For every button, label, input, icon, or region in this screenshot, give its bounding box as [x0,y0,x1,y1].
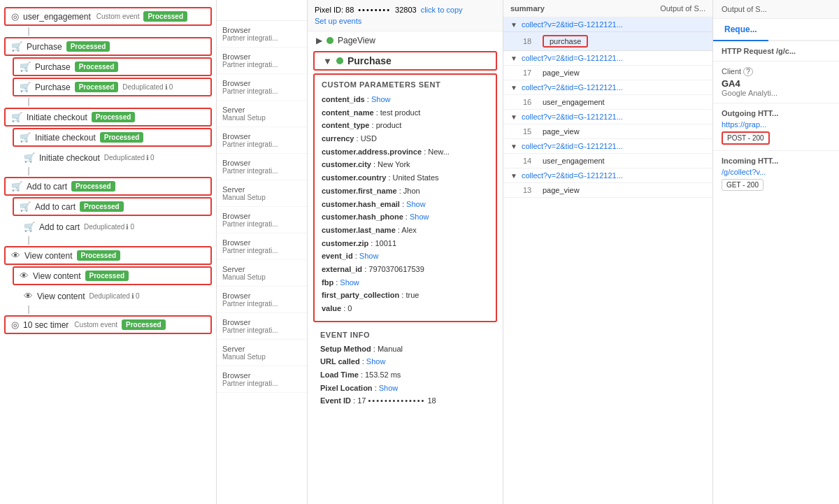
collect1-url[interactable]: collect?v=2&tid=G-1212121... [522,20,623,29]
event-row-add-to-cart-sub1[interactable]: 🛒 Add to cart Processed [13,197,212,216]
collect5-url[interactable]: collect?v=2&tid=G-1212121... [522,142,623,150]
page-view-17-num: 17 [523,69,537,77]
event-row-view-content[interactable]: 👁 View content Processed [4,246,212,265]
param-currency: currency : USD [322,132,489,145]
event-name-view-content: View content [24,251,73,261]
purchase-item-num: 18 [523,37,537,45]
collect3-expand[interactable]: ▼ [510,84,517,92]
network-label-6: Browser [222,159,301,167]
event-row-initiate-sub2[interactable]: 🛒 Initiate checkout Deduplicated ℹ 0 [17,148,216,167]
event-info-load-time: Load Time : 153.52 ms [320,368,490,382]
show-content-ids[interactable]: Show [371,95,391,103]
network-row-2: Browser Partner integrati... [217,48,307,74]
setup-events-link[interactable]: Set up events [315,17,361,25]
collect1-expand[interactable]: ▼ [510,21,517,29]
event-name-purchase-sub1: Purchase [35,62,71,72]
http-request-section: HTTP Request /g/c... [713,41,839,62]
event-row-purchase-sub2[interactable]: 🛒 Purchase Processed Deduplicated ℹ 0 [13,78,212,96]
outgoing-url[interactable]: https://grap... [722,120,831,129]
page-view-17-row: 17 page_view [523,69,705,77]
copy-link[interactable]: click to copy [421,6,463,14]
timer-type: Custom event [74,321,117,329]
connector2 [28,98,29,106]
tab-request[interactable]: Reque... [713,19,768,41]
network-row-12: Browser Partner integrati... [217,313,307,340]
purchase-item-name: purchase [543,35,588,48]
network-type-11: Partner integrati... [222,300,301,308]
network-item-collect5[interactable]: ▼ collect?v=2&tid=G-1212121... [503,139,712,154]
show-event-id[interactable]: Show [359,252,379,260]
collect3-url[interactable]: collect?v=2&tid=G-1212121... [522,83,623,92]
network-type-4: Manual Setup [222,114,301,122]
network-label-7: Server [222,185,301,194]
show-hash-email[interactable]: Show [406,200,426,208]
param-country: customer.country : United States [322,171,489,185]
badge-add-to-cart: Processed [71,181,115,192]
network-type-9: Partner integrati... [222,247,301,254]
event-name-view-content-sub2: View content [37,291,85,301]
param-external-id: external_id : 7970370617539 [322,263,489,276]
page-view-13-name: page_view [543,186,580,194]
event-name-purchase: Purchase [27,42,62,52]
network-label-12: Browser [222,318,301,326]
event-row-view-content-sub1[interactable]: 👁 View content Processed [13,266,212,285]
network-item-purchase[interactable]: 18 purchase [503,32,712,51]
view-content-sub1-icon: 👁 [20,271,29,281]
user-engagement-icon: ◎ [11,11,19,22]
pixel-header: Pixel ID: 88 •••••••• 32803 click to cop… [308,0,503,31]
event-info-title: EVENT INFO [320,331,490,339]
purchase-expand[interactable]: ▼ [323,56,332,66]
collect2-expand[interactable]: ▼ [510,55,517,62]
event-row-initiate-checkout[interactable]: 🛒 Initiate checkout Processed [4,108,212,127]
outgoing-section: Outgoing HTT... https://grap... POST - 2… [713,103,839,151]
event-row-user-engagement[interactable]: ◎ user_engagement Custom event Processed [4,7,212,26]
param-last-name: customer.last_name : Alex [322,224,489,237]
client-section: Client ? GA4 Google Analyti... [713,62,839,103]
event-name-initiate-checkout: Initiate checkout [27,113,87,122]
connector3 [28,167,29,175]
show-pixel-location[interactable]: Show [379,384,399,392]
show-hash-phone[interactable]: Show [410,213,429,221]
event-row-purchase[interactable]: 🛒 Purchase Processed [4,37,212,56]
user-engagement-16-row: 16 user_engagement [523,98,705,106]
purchase-item-row: 18 purchase [523,35,705,48]
event-row-add-to-cart-sub2[interactable]: 🛒 Add to cart Deduplicated ℹ 0 [17,217,216,236]
purchase-sub1-icon: 🛒 [20,62,31,72]
collect2-url[interactable]: collect?v=2&tid=G-1212121... [522,54,623,62]
param-first-name: customer.first_name : Jhon [322,185,489,198]
network-item-collect3[interactable]: ▼ collect?v=2&tid=G-1212121... [503,80,712,95]
show-url[interactable]: Show [366,357,386,366]
collect5-expand[interactable]: ▼ [510,143,517,150]
collect6-url[interactable]: collect?v=2&tid=G-1212121... [522,171,623,180]
event-row-view-content-sub2[interactable]: 👁 View content Deduplicated ℹ 0 [17,287,216,305]
page-view-15-row: 15 page_view [523,127,705,136]
param-first-party: first_party_collection : true [322,289,489,302]
network-row-3: Browser Partner integrati... [217,74,307,101]
network-row-14: Browser Partner integrati... [217,366,307,393]
purchase-highlighted-row[interactable]: ▼ Purchase [313,51,497,71]
event-row-purchase-sub1[interactable]: 🛒 Purchase Processed [13,57,212,76]
badge-view-content-sub1: Processed [85,271,129,281]
summary-label: summary [510,4,545,13]
event-row-add-to-cart[interactable]: 🛒 Add to cart Processed [4,177,212,196]
network-item-collect4[interactable]: ▼ collect?v=2&tid=G-1212121... [503,110,712,124]
param-content-type: content_type : product [322,119,489,132]
collect4-expand[interactable]: ▼ [510,113,517,121]
collect6-expand[interactable]: ▼ [510,172,517,180]
pageview-expand[interactable]: ▶ [316,36,322,45]
network-item-collect6[interactable]: ▼ collect?v=2&tid=G-1212121... [503,168,712,183]
network-type-1: Partner integrati... [222,34,301,42]
network-item-collect1[interactable]: ▼ collect?v=2&tid=G-1212121... [503,17,712,32]
network-type-13: Manual Setup [222,353,301,361]
network-item-collect2[interactable]: ▼ collect?v=2&tid=G-1212121... [503,51,712,66]
collect4-url[interactable]: collect?v=2&tid=G-1212121... [522,113,623,121]
event-name-add-to-cart-sub1: Add to cart [35,202,76,212]
show-fbp[interactable]: Show [340,278,359,287]
event-row-10sec-timer[interactable]: ◎ 10 sec timer Custom event Processed [4,315,212,334]
event-row-initiate-sub1[interactable]: 🛒 Initiate checkout Processed [13,128,212,147]
far-right-panel: Output of S... Reque... HTTP Request /g/… [713,0,839,504]
event-name-initiate-sub2: Initiate checkout [39,153,100,163]
network-label-9: Browser [222,238,301,247]
incoming-url[interactable]: /g/collect?v... [722,168,831,176]
purchase-sub2-icon: 🛒 [20,82,31,92]
